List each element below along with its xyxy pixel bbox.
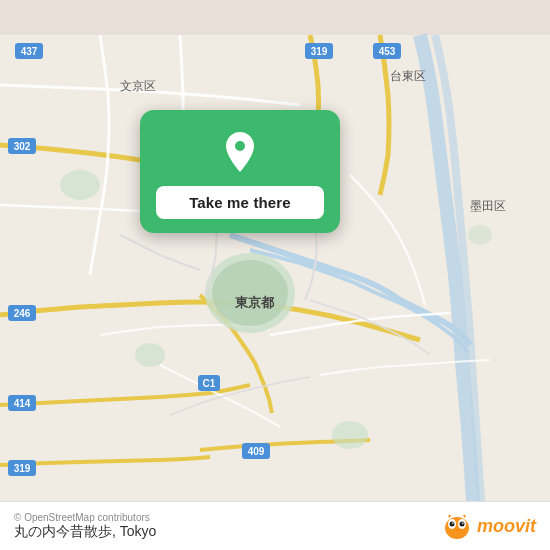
svg-text:文京区: 文京区: [120, 79, 156, 93]
svg-point-34: [459, 522, 464, 527]
svg-point-4: [135, 343, 165, 367]
moovit-owl-icon: [441, 510, 473, 542]
map-background: 文京区 台東区 墨田区 東京都 319 437 453 302 246 414 …: [0, 0, 550, 550]
location-pin-icon: [216, 128, 264, 176]
moovit-logo: moovit: [441, 510, 536, 542]
svg-point-2: [212, 260, 288, 326]
svg-text:453: 453: [379, 46, 396, 57]
bottom-left-info: © OpenStreetMap contributors 丸の内今昔散歩, To…: [14, 512, 156, 541]
svg-text:東京都: 東京都: [235, 295, 275, 310]
copyright-text: © OpenStreetMap contributors: [14, 512, 156, 523]
svg-point-36: [462, 522, 464, 524]
map-container: 文京区 台東区 墨田区 東京都 319 437 453 302 246 414 …: [0, 0, 550, 550]
svg-text:437: 437: [21, 46, 38, 57]
svg-point-30: [445, 517, 469, 539]
svg-text:302: 302: [14, 141, 31, 152]
svg-text:246: 246: [14, 308, 31, 319]
svg-text:319: 319: [14, 463, 31, 474]
svg-point-6: [468, 225, 492, 245]
popup-card: Take me there: [140, 110, 340, 233]
svg-point-29: [235, 141, 245, 151]
svg-point-3: [60, 170, 100, 200]
svg-point-35: [452, 522, 454, 524]
svg-text:409: 409: [248, 446, 265, 457]
svg-text:墨田区: 墨田区: [470, 199, 506, 213]
svg-text:C1: C1: [203, 378, 216, 389]
moovit-logo-text: moovit: [477, 516, 536, 537]
take-me-there-button[interactable]: Take me there: [156, 186, 324, 219]
svg-text:414: 414: [14, 398, 31, 409]
svg-text:台東区: 台東区: [390, 69, 426, 83]
bottom-bar: © OpenStreetMap contributors 丸の内今昔散歩, To…: [0, 501, 550, 550]
svg-point-33: [449, 522, 454, 527]
svg-point-5: [332, 421, 368, 449]
place-name: 丸の内今昔散歩, Tokyo: [14, 523, 156, 541]
svg-text:319: 319: [311, 46, 328, 57]
